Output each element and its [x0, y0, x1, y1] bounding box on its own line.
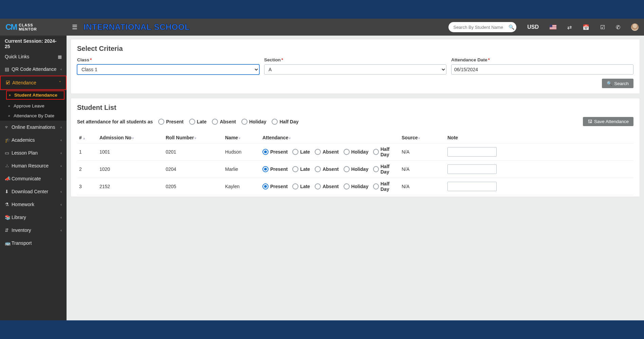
- col-index[interactable]: #▲: [77, 132, 97, 143]
- col-roll[interactable]: Roll Number▾: [164, 132, 223, 143]
- quick-links[interactable]: Quick Links ▦: [0, 52, 67, 63]
- search-input[interactable]: [448, 23, 516, 32]
- double-chevron-icon: »: [9, 93, 14, 97]
- flask-icon: ⚗: [5, 202, 12, 207]
- table-row: 210200204MarliePresentLateAbsentHolidayH…: [77, 161, 633, 178]
- bus-icon: 🚌: [5, 240, 12, 246]
- attendance-option[interactable]: Late: [292, 166, 310, 172]
- note-input[interactable]: [447, 182, 497, 191]
- sidebar-item-academics[interactable]: 🎓 Academics ‹: [0, 134, 67, 146]
- save-attendance-button[interactable]: 🖫 Save Attendance: [583, 117, 633, 126]
- swap-icon[interactable]: ⇄: [567, 24, 572, 31]
- cell-source: N/A: [400, 178, 445, 195]
- qr-icon: ▤: [5, 66, 12, 72]
- note-input[interactable]: [447, 147, 497, 157]
- submenu-attendance-by-date[interactable]: » Attendance By Date: [0, 111, 67, 121]
- attendance-option[interactable]: Half Day: [373, 181, 398, 192]
- bullhorn-icon: 📣: [5, 176, 12, 181]
- note-input[interactable]: [447, 164, 497, 174]
- attendance-option[interactable]: Holiday: [344, 149, 369, 155]
- chevron-left-icon: ‹: [60, 177, 62, 181]
- cell-roll: 0204: [164, 161, 223, 178]
- attendance-option[interactable]: Absent: [315, 166, 338, 172]
- sidebar-item-communicate[interactable]: 📣 Communicate ‹: [0, 172, 67, 185]
- section-select[interactable]: A: [264, 64, 446, 75]
- attendance-option[interactable]: Present: [262, 149, 288, 155]
- cell-attendance: PresentLateAbsentHolidayHalf Day: [260, 143, 400, 161]
- attendance-option[interactable]: Absent: [315, 183, 338, 190]
- sidebar-item-hr[interactable]: ⛬ Human Resource ‹: [0, 159, 67, 172]
- attendance-option[interactable]: Present: [262, 166, 288, 172]
- table-row: 110010201HudsonPresentLateAbsentHolidayH…: [77, 143, 633, 161]
- chevron-left-icon: ‹: [60, 215, 62, 219]
- col-admission[interactable]: Admission No▾: [97, 132, 164, 143]
- sidebar-item-download-center[interactable]: ⬇ Download Center ‹: [0, 185, 67, 198]
- search-icon: 🔍: [607, 81, 612, 86]
- class-field: Class* Class 1: [77, 57, 259, 75]
- chevron-left-icon: ‹: [60, 228, 62, 232]
- bulk-absent[interactable]: Absent: [212, 119, 236, 125]
- school-name: INTERNATIONAL SCHOOL: [84, 22, 190, 32]
- flag-icon[interactable]: [550, 25, 556, 29]
- student-search[interactable]: 🔍: [448, 22, 516, 32]
- table-row: 321520205KaylenPresentLateAbsentHolidayH…: [77, 178, 633, 195]
- sidebar-item-qr[interactable]: ▤ QR Code Attendance ‹: [0, 63, 67, 76]
- card-icon: ▭: [5, 150, 12, 156]
- cell-source: N/A: [400, 161, 445, 178]
- calendar-icon[interactable]: 📅: [583, 24, 589, 31]
- student-list-title: Student List: [77, 104, 633, 112]
- date-field: Attendance Date*: [451, 57, 633, 75]
- sidebar-item-lesson-plan[interactable]: ▭ Lesson Plan ‹: [0, 146, 67, 159]
- sidebar-item-transport[interactable]: 🚌 Transport: [0, 237, 67, 250]
- bulk-present[interactable]: Present: [158, 119, 183, 125]
- attendance-option[interactable]: Present: [262, 183, 288, 190]
- submenu-student-attendance[interactable]: » Student Attendance: [6, 91, 65, 100]
- class-select[interactable]: Class 1: [77, 64, 259, 75]
- sidebar-item-attendance[interactable]: 🗹 Attendance ˅: [0, 76, 67, 90]
- attendance-option[interactable]: Absent: [315, 149, 338, 155]
- attendance-option[interactable]: Half Day: [373, 146, 398, 157]
- cell-index: 3: [77, 178, 97, 195]
- chevron-left-icon: ‹: [60, 138, 62, 142]
- sidebar: Current Session: 2024-25 Quick Links ▦ ▤…: [0, 36, 67, 320]
- sidebar-item-inventory[interactable]: ⇵ Inventory ‹: [0, 224, 67, 237]
- tasks-icon[interactable]: ☑: [600, 24, 605, 31]
- col-name[interactable]: Name▾: [223, 132, 260, 143]
- bulk-holiday[interactable]: Holiday: [241, 119, 266, 125]
- save-icon: 🖫: [588, 119, 592, 124]
- col-attendance[interactable]: Attendance▾: [260, 132, 400, 143]
- logo[interactable]: CM CLASS MENTOR: [5, 22, 69, 32]
- date-input[interactable]: [451, 64, 633, 75]
- sidebar-item-online-exams[interactable]: ᯤ Online Examinations ‹: [0, 121, 67, 134]
- sidebar-item-homework[interactable]: ⚗ Homework ‹: [0, 198, 67, 211]
- cell-index: 1: [77, 143, 97, 161]
- cell-attendance: PresentLateAbsentHolidayHalf Day: [260, 161, 400, 178]
- currency-label[interactable]: USD: [527, 24, 539, 30]
- submenu-approve-leave[interactable]: » Approve Leave: [0, 101, 67, 111]
- col-source[interactable]: Source▾: [400, 132, 445, 143]
- cell-roll: 0205: [164, 178, 223, 195]
- bulk-halfday[interactable]: Half Day: [272, 119, 298, 125]
- attendance-option[interactable]: Holiday: [344, 183, 369, 190]
- whatsapp-icon[interactable]: ✆: [616, 24, 620, 31]
- sidebar-item-library[interactable]: 📚 Library ‹: [0, 211, 67, 224]
- bulk-set-row: Set attendance for all students as Prese…: [77, 117, 633, 126]
- attendance-option[interactable]: Half Day: [373, 164, 398, 175]
- attendance-option[interactable]: Late: [292, 149, 310, 155]
- attendance-option[interactable]: Holiday: [344, 166, 369, 172]
- grid-icon[interactable]: ▦: [58, 54, 62, 59]
- menu-toggle-icon[interactable]: ☰: [72, 23, 77, 31]
- wifi-icon: ᯤ: [5, 124, 12, 130]
- search-icon[interactable]: 🔍: [507, 23, 516, 32]
- attendance-option[interactable]: Late: [292, 183, 310, 190]
- cell-admission: 1001: [97, 143, 164, 161]
- cell-source: N/A: [400, 143, 445, 161]
- cell-note: [445, 143, 633, 161]
- avatar[interactable]: [631, 23, 639, 31]
- chevron-left-icon: ‹: [60, 164, 62, 168]
- cell-name: Hudson: [223, 143, 260, 161]
- search-button[interactable]: 🔍 Search: [602, 79, 633, 88]
- section-field: Section* A: [264, 57, 446, 75]
- bulk-late[interactable]: Late: [189, 119, 207, 125]
- cell-roll: 0201: [164, 143, 223, 161]
